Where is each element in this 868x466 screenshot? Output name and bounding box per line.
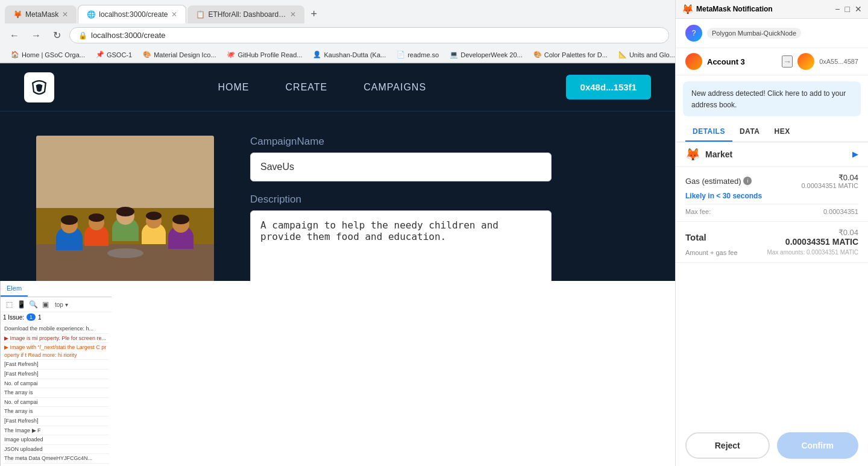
tab-create[interactable]: 🌐 localhost:3000/create ✕: [78, 5, 186, 24]
bookmark-icon: 👤: [313, 51, 321, 58]
tab-close-devfolio[interactable]: ✕: [290, 10, 296, 19]
mm-amount-gas-row: Amount + gas fee Max amounts: 0.00034351…: [685, 249, 858, 256]
issue-flag: 1: [38, 314, 42, 321]
bookmark-gsoc1[interactable]: 📌 GSOC-1: [91, 49, 137, 60]
bookmark-icon: 💻: [450, 51, 458, 58]
svg-rect-11: [112, 228, 139, 241]
bookmark-github[interactable]: 🐙 GitHub Profile Read...: [222, 49, 307, 60]
log-line-1: Download the mobile experience: h...: [3, 324, 109, 334]
description-group: Description A campaign to help the needy…: [250, 194, 552, 281]
mm-total-matic: 0.00034351 MATIC: [785, 237, 858, 247]
log-line-11: The Image ▶ F: [3, 426, 109, 436]
mm-market-left: 🦊 Market: [685, 147, 732, 162]
mm-max-amounts-label: Max amounts: 0.00034351 MATIC: [767, 249, 858, 256]
mm-titlebar: 🦊 MetaMask Notification − □ ✕: [676, 0, 868, 19]
log-line-4: [Fast Refresh]: [3, 360, 109, 370]
mm-header: ? Polygon Mumbai-QuickNode: [676, 19, 868, 48]
bookmark-color[interactable]: 🎨 Color Palettes for D...: [529, 49, 612, 60]
devtools-issue-bar[interactable]: 1 Issue: 1 1: [1, 312, 112, 322]
mm-total-row: Total ₹0.04 0.00034351 MATIC: [685, 228, 858, 247]
mm-action-row: Reject Confirm: [676, 425, 868, 466]
bookmark-icon: 🏠: [11, 51, 19, 58]
mm-gas-info-icon[interactable]: i: [743, 177, 752, 185]
back-button[interactable]: ←: [6, 28, 23, 43]
select-tool-icon[interactable]: ⬚: [4, 300, 14, 309]
mm-scroll-area: 🦊 Market ▶ Gas (estimated) i ₹0.04 0.000…: [676, 142, 868, 425]
mm-tab-data[interactable]: DATA: [732, 122, 767, 142]
log-line-10: [Fast Refresh]: [3, 417, 109, 426]
mm-market-link[interactable]: ▶: [852, 150, 858, 159]
tab-bar: 🦊 MetaMask ✕ 🌐 localhost:3000/create ✕ 📋…: [0, 0, 675, 24]
address-bar[interactable]: 🔒 localhost:3000/create: [69, 27, 669, 43]
mm-gas-row: Gas (estimated) i ₹0.04 0.00034351 MATIC: [685, 173, 858, 189]
svg-point-19: [61, 215, 78, 225]
log-line-3: ▶ Image with "/_next/stati the Largest C…: [3, 343, 109, 360]
mm-gas-likely: Likely in < 30 seconds: [685, 192, 858, 200]
bookmark-devweek[interactable]: 💻 DeveloperWeek 20...: [445, 49, 527, 60]
bookmark-icon: 📌: [96, 51, 104, 58]
mm-close-button[interactable]: ✕: [855, 4, 862, 14]
log-line-8: No. of campai: [3, 398, 109, 408]
log-line-9: The array is: [3, 407, 109, 417]
mm-network-icon: ?: [685, 25, 702, 42]
address-bar-row: ← → ↻ 🔒 localhost:3000/create: [0, 24, 675, 47]
tab-metamask[interactable]: 🦊 MetaMask ✕: [5, 5, 77, 24]
device-tool-icon[interactable]: 📱: [16, 300, 26, 309]
mm-total-values: ₹0.04 0.00034351 MATIC: [785, 228, 858, 247]
mm-account-row: Account 3 → 0xA55...4587: [676, 48, 868, 75]
mm-total-inr: ₹0.04: [785, 228, 858, 237]
bookmark-gsoc[interactable]: 🏠 Home | GSoC Orga...: [6, 49, 90, 60]
issue-text: 1 Issue:: [3, 314, 24, 321]
log-line-6: No. of campai: [3, 379, 109, 389]
mm-amount-gas-label: Amount + gas fee: [685, 249, 738, 256]
layers-tool-icon[interactable]: ▣: [40, 300, 50, 309]
metamask-panel: 🦊 MetaMask Notification − □ ✕ ? Polygon …: [675, 0, 868, 466]
tab-devfolio[interactable]: 📋 ETHforAll: Dashboard | Devfolio ✕: [187, 5, 304, 24]
bookmark-kaushan[interactable]: 👤 Kaushan-Dutta (Ka...: [308, 49, 391, 60]
bookmark-material[interactable]: 🎨 Material Design Ico...: [138, 49, 221, 60]
nav-create[interactable]: CREATE: [286, 82, 328, 93]
create-page-content: Upload the Image CampaignName Descriptio…: [0, 112, 675, 281]
campaign-name-group: CampaignName: [250, 136, 552, 181]
mm-notification-banner[interactable]: New address detected! Click here to add …: [683, 81, 861, 116]
campaign-name-input[interactable]: [250, 153, 552, 181]
new-tab-button[interactable]: +: [306, 8, 322, 20]
bookmark-readme[interactable]: 📄 readme.so: [392, 49, 444, 60]
nav-home[interactable]: HOME: [218, 82, 250, 93]
log-line-7: The array is: [3, 388, 109, 398]
wallet-button[interactable]: 0x48d...153f1: [566, 75, 651, 99]
bookmark-icon: 📐: [618, 51, 627, 58]
top-dropdown[interactable]: top ▾: [55, 301, 68, 308]
nav-campaigns[interactable]: CAMPAIGNS: [363, 82, 426, 93]
mm-tab-details[interactable]: DETAILS: [685, 122, 732, 142]
inspect-tool-icon[interactable]: 🔍: [28, 300, 38, 309]
description-label: Description: [250, 194, 552, 206]
mm-title-fox-icon: 🦊: [682, 4, 693, 14]
log-line-5: [Fast Refresh]: [3, 370, 109, 379]
tab-close-metamask[interactable]: ✕: [62, 10, 68, 19]
svg-point-18: [107, 248, 143, 258]
campaign-name-label: CampaignName: [250, 136, 552, 148]
mm-confirm-button[interactable]: Confirm: [777, 432, 859, 459]
campaign-image-container[interactable]: [36, 136, 214, 281]
tab-close-create[interactable]: ✕: [171, 10, 177, 19]
bookmarks-bar: 🏠 Home | GSoC Orga... 📌 GSOC-1 🎨 Materia…: [0, 47, 675, 63]
mm-tabs: DETAILS DATA HEX: [676, 122, 868, 142]
browser-chrome: 🦊 MetaMask ✕ 🌐 localhost:3000/create ✕ 📋…: [0, 0, 675, 63]
svg-rect-1: [36, 136, 214, 208]
mm-account-address: 0xA55...4587: [819, 58, 858, 65]
mm-maximize-button[interactable]: □: [845, 4, 850, 14]
campaign-image: [36, 136, 214, 281]
description-input[interactable]: A campaign to help the needy children an…: [250, 210, 552, 281]
mm-tab-hex[interactable]: HEX: [767, 122, 797, 142]
devtools-tab-elements[interactable]: Elem: [1, 281, 28, 297]
log-line-12: Image uploaded: [3, 435, 109, 445]
forward-button[interactable]: →: [28, 28, 45, 43]
svg-rect-8: [84, 234, 108, 246]
mm-account-arrow[interactable]: →: [782, 55, 793, 68]
bookmark-units[interactable]: 📐 Units and Glo...: [614, 49, 675, 60]
mm-reject-button[interactable]: Reject: [685, 432, 770, 459]
reload-button[interactable]: ↻: [49, 27, 64, 43]
mm-minimize-button[interactable]: −: [835, 4, 840, 14]
lock-icon: 🔒: [78, 31, 87, 40]
